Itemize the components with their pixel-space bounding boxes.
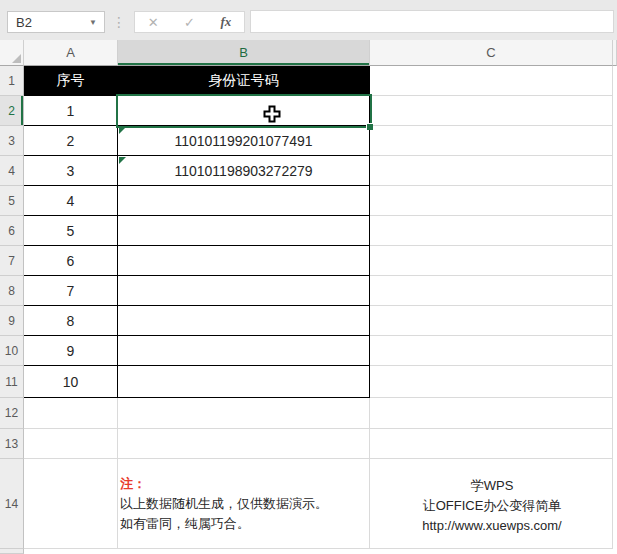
chevron-down-icon[interactable]: ▼ xyxy=(89,18,104,27)
formula-buttons: ✕ ✓ fx xyxy=(134,11,245,33)
cell-cursor-icon xyxy=(262,104,282,124)
cell-b7-id[interactable] xyxy=(118,246,370,276)
promo-link: http://www.xuewps.com/ xyxy=(371,516,613,536)
row-header-14[interactable]: 14 xyxy=(0,459,24,549)
grid-cell-c11[interactable] xyxy=(370,366,613,398)
column-header-c[interactable]: C xyxy=(370,40,613,66)
row-header-10[interactable]: 10 xyxy=(0,336,24,366)
cell-a6-serial[interactable]: 5 xyxy=(24,216,118,246)
grid-cell-c8[interactable] xyxy=(370,276,613,306)
cell-a9-serial[interactable]: 8 xyxy=(24,306,118,336)
row-header-filler xyxy=(0,549,24,554)
cell-b1-header[interactable]: 身份证号码 xyxy=(118,66,370,96)
fill-handle[interactable] xyxy=(366,123,373,130)
row-header-9[interactable]: 9 xyxy=(0,306,24,336)
note-title: 注： xyxy=(120,474,368,494)
promo-line-1: 学WPS xyxy=(371,476,613,496)
grid-cell-b13[interactable] xyxy=(118,429,370,459)
row-header-4[interactable]: 4 xyxy=(0,156,24,186)
column-header-d-sliver[interactable] xyxy=(613,40,617,66)
insert-function-icon[interactable]: fx xyxy=(220,14,231,30)
row-header-7[interactable]: 7 xyxy=(0,246,24,276)
row-header-13[interactable]: 13 xyxy=(0,429,24,459)
row-header-3[interactable]: 3 xyxy=(0,126,24,156)
cell-b5-id[interactable] xyxy=(118,186,370,216)
row-header-2[interactable]: 2 xyxy=(0,96,24,126)
number-stored-as-text-flag-icon xyxy=(119,157,126,164)
cell-b11-id[interactable] xyxy=(118,366,370,398)
grid-cell-c1[interactable] xyxy=(370,66,613,96)
cell-b6-id[interactable] xyxy=(118,216,370,246)
grid-cell-a12[interactable] xyxy=(24,398,118,429)
row-header-8[interactable]: 8 xyxy=(0,276,24,306)
toolbar-separator-dots-icon: ⋮ xyxy=(112,10,126,34)
spreadsheet-app: B2 ▼ ⋮ ✕ ✓ fx A B C 注： 以上数据随机生成，仅供数据演示。 … xyxy=(0,0,617,554)
select-all-corner[interactable] xyxy=(0,40,24,66)
confirm-icon[interactable]: ✓ xyxy=(184,15,195,30)
grid-cell-c2[interactable] xyxy=(370,96,613,126)
name-box-value: B2 xyxy=(8,15,89,30)
cell-a5-serial[interactable]: 4 xyxy=(24,186,118,216)
cell-a7-serial[interactable]: 6 xyxy=(24,246,118,276)
note-line-2: 如有雷同，纯属巧合。 xyxy=(120,514,368,534)
grid-cell-c9[interactable] xyxy=(370,306,613,336)
grid-cell-c13[interactable] xyxy=(370,429,613,459)
grid-cell-a14[interactable] xyxy=(24,459,118,549)
grid-cell-c6[interactable] xyxy=(370,216,613,246)
cell-a1-header[interactable]: 序号 xyxy=(24,66,118,96)
grid-cell-c10[interactable] xyxy=(370,336,613,366)
note-cell[interactable]: 注： 以上数据随机生成，仅供数据演示。 如有雷同，纯属巧合。 xyxy=(120,474,368,534)
cell-b10-id[interactable] xyxy=(118,336,370,366)
cell-b3-id[interactable]: 110101199201077491 xyxy=(118,126,370,156)
number-stored-as-text-flag-icon xyxy=(119,127,126,134)
grid-cell-a13[interactable] xyxy=(24,429,118,459)
grid-cell-c5[interactable] xyxy=(370,186,613,216)
select-all-triangle-icon xyxy=(12,54,21,63)
cell-b9-id[interactable] xyxy=(118,306,370,336)
selected-cell-border xyxy=(116,94,372,128)
promo-line-2: 让OFFICE办公变得简单 xyxy=(371,496,613,516)
grid-cell-c7[interactable] xyxy=(370,246,613,276)
cell-a8-serial[interactable]: 7 xyxy=(24,276,118,306)
row-header-5[interactable]: 5 xyxy=(0,186,24,216)
row-header-1[interactable]: 1 xyxy=(0,66,24,96)
note-line-1: 以上数据随机生成，仅供数据演示。 xyxy=(120,494,368,514)
cell-a3-serial[interactable]: 2 xyxy=(24,126,118,156)
cell-a10-serial[interactable]: 9 xyxy=(24,336,118,366)
row-header-12[interactable]: 12 xyxy=(0,398,24,429)
grid-cell-c12[interactable] xyxy=(370,398,613,429)
cell-b8-id[interactable] xyxy=(118,276,370,306)
promo-cell[interactable]: 学WPS 让OFFICE办公变得简单 http://www.xuewps.com… xyxy=(371,476,613,536)
cancel-icon[interactable]: ✕ xyxy=(148,15,159,30)
cell-b4-id[interactable]: 110101198903272279 xyxy=(118,156,370,186)
cell-a11-serial[interactable]: 10 xyxy=(24,366,118,398)
grid-cell-c3[interactable] xyxy=(370,126,613,156)
grid-cell-c4[interactable] xyxy=(370,156,613,186)
column-header-a[interactable]: A xyxy=(24,40,118,66)
column-header-b[interactable]: B xyxy=(118,40,370,66)
row-header-11[interactable]: 11 xyxy=(0,366,24,398)
row-header-6[interactable]: 6 xyxy=(0,216,24,246)
cell-a4-serial[interactable]: 3 xyxy=(24,156,118,186)
grid-cell-b12[interactable] xyxy=(118,398,370,429)
name-box[interactable]: B2 ▼ xyxy=(7,11,105,33)
formula-bar-input[interactable] xyxy=(250,10,614,33)
cell-a2-serial[interactable]: 1 xyxy=(24,96,118,126)
